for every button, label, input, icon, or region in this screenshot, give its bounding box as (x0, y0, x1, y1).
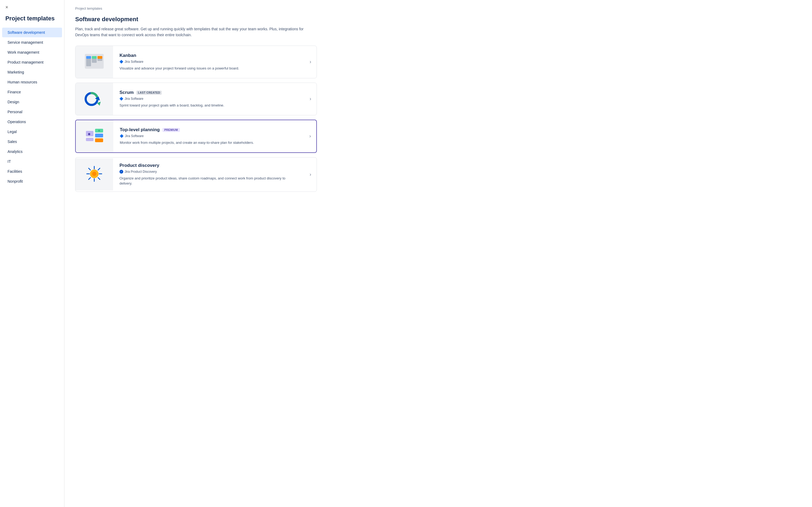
svg-rect-5 (92, 56, 97, 59)
svg-rect-6 (97, 56, 102, 59)
sidebar-item-it[interactable]: IT (2, 157, 62, 166)
template-card-kanban[interactable]: Kanban Jira Software Visualize and advan… (75, 46, 317, 78)
template-name-product-discovery: Product discovery (119, 163, 159, 168)
sidebar-title: Project templates (0, 5, 64, 27)
breadcrumb: Project templates (75, 6, 801, 10)
close-button[interactable]: × (5, 5, 8, 10)
sidebar: × Project templates Software development… (0, 0, 64, 507)
sidebar-item-service-management[interactable]: Service management (2, 38, 62, 47)
sidebar-item-product-management[interactable]: Product management (2, 57, 62, 67)
sidebar-item-finance[interactable]: Finance (2, 87, 62, 97)
sidebar-item-analytics[interactable]: Analytics (2, 147, 62, 156)
template-body-top-level-planning: Top-level planning PREMIUM Jira Software… (113, 122, 304, 151)
jira-software-icon (120, 134, 123, 138)
sidebar-item-marketing[interactable]: Marketing (2, 67, 62, 77)
svg-rect-13 (95, 133, 103, 137)
template-card-product-discovery[interactable]: Product discovery Jira Product Discovery… (75, 157, 317, 192)
sidebar-item-software-development[interactable]: Software development (2, 27, 62, 37)
svg-point-16 (98, 130, 100, 131)
template-header-top-level-planning: Top-level planning PREMIUM (120, 127, 298, 132)
template-desc-product-discovery: Organize and prioritize product ideas, s… (119, 176, 298, 186)
template-header-product-discovery: Product discovery (119, 163, 298, 168)
svg-line-25 (98, 168, 100, 170)
sidebar-item-legal[interactable]: Legal (2, 127, 62, 136)
template-icon-product-discovery (75, 158, 113, 190)
template-body-kanban: Kanban Jira Software Visualize and advan… (113, 48, 304, 76)
chevron-right-icon-top-level-planning: › (304, 133, 316, 139)
jira-software-icon (119, 97, 123, 101)
svg-point-15 (88, 133, 90, 135)
sidebar-item-operations[interactable]: Operations (2, 117, 62, 127)
template-body-product-discovery: Product discovery Jira Product Discovery… (113, 158, 304, 191)
template-card-top-level-planning[interactable]: Top-level planning PREMIUM Jira Software… (75, 120, 317, 153)
sidebar-item-human-resources[interactable]: Human resources (2, 77, 62, 87)
jira-software-icon (119, 60, 123, 64)
sidebar-item-work-management[interactable]: Work management (2, 48, 62, 57)
template-body-scrum: Scrum LAST CREATED Jira Software Sprint … (113, 84, 304, 113)
template-desc-scrum: Sprint toward your project goals with a … (119, 103, 298, 108)
template-icon-scrum (75, 83, 113, 115)
sidebar-item-sales[interactable]: Sales (2, 137, 62, 147)
svg-rect-14 (95, 138, 103, 142)
badge-premium: PREMIUM (162, 128, 180, 132)
provider-label-top-level-planning: Jira Software (125, 134, 144, 138)
template-header-kanban: Kanban (119, 53, 298, 58)
svg-line-26 (89, 178, 91, 179)
template-icon-top-level-planning (76, 120, 113, 152)
template-provider-scrum: Jira Software (119, 97, 298, 101)
svg-point-18 (92, 172, 96, 176)
badge-last-created: LAST CREATED (137, 91, 162, 95)
chevron-right-icon-kanban: › (304, 59, 317, 65)
section-description: Plan, track and release great software. … (75, 26, 317, 38)
template-provider-kanban: Jira Software (119, 60, 298, 64)
template-header-scrum: Scrum LAST CREATED (119, 90, 298, 95)
sidebar-item-design[interactable]: Design (2, 97, 62, 107)
svg-line-24 (98, 178, 100, 179)
section-title: Software development (75, 16, 801, 23)
svg-line-23 (89, 168, 91, 170)
provider-label-kanban: Jira Software (124, 60, 143, 64)
chevron-right-icon-product-discovery: › (304, 172, 317, 177)
chevron-right-icon-scrum: › (304, 96, 317, 102)
template-card-scrum[interactable]: Scrum LAST CREATED Jira Software Sprint … (75, 82, 317, 115)
provider-label-product-discovery: Jira Product Discovery (124, 170, 157, 174)
svg-rect-4 (86, 56, 91, 59)
sidebar-nav: Software developmentService managementWo… (0, 27, 64, 186)
sidebar-item-personal[interactable]: Personal (2, 107, 62, 117)
template-cards-container: Kanban Jira Software Visualize and advan… (75, 46, 801, 192)
template-name-top-level-planning: Top-level planning (120, 127, 160, 132)
jira-discovery-icon (119, 170, 123, 174)
main-content: Project templates Software development P… (64, 0, 812, 507)
sidebar-item-nonprofit[interactable]: Nonprofit (2, 176, 62, 186)
sidebar-item-facilities[interactable]: Facilities (2, 167, 62, 176)
provider-label-scrum: Jira Software (124, 97, 143, 101)
template-desc-kanban: Visualize and advance your project forwa… (119, 66, 298, 71)
template-desc-top-level-planning: Monitor work from multiple projects, and… (120, 140, 298, 146)
template-provider-top-level-planning: Jira Software (120, 134, 298, 138)
template-name-scrum: Scrum (119, 90, 134, 95)
template-provider-product-discovery: Jira Product Discovery (119, 170, 298, 174)
template-icon-kanban (75, 46, 113, 78)
svg-rect-11 (86, 138, 93, 141)
template-name-kanban: Kanban (119, 53, 136, 58)
